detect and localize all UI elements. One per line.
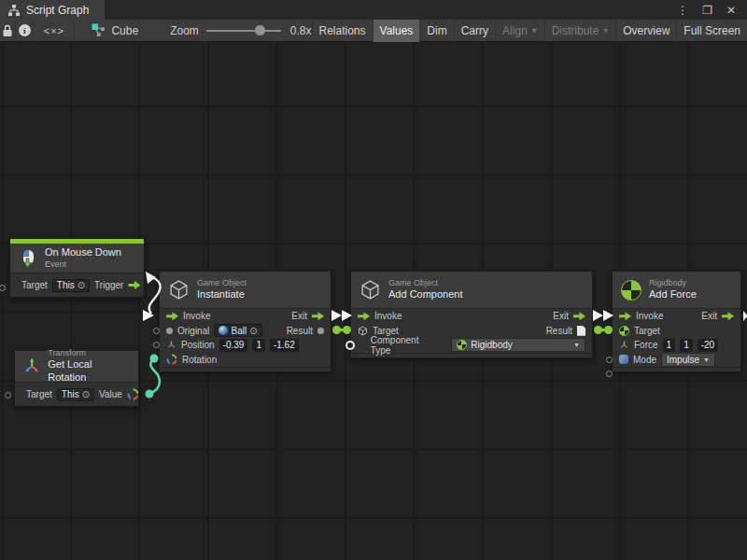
value-in-port[interactable] — [604, 326, 613, 334]
target-value-chip[interactable]: This ⊙ — [52, 279, 90, 292]
graph-tab-icon — [7, 4, 21, 17]
position-x-field[interactable]: -0.39 — [219, 339, 248, 352]
force-input-port[interactable] — [606, 357, 613, 363]
flow-out-port-clipped[interactable] — [743, 311, 747, 321]
force-z-field[interactable]: -20 — [698, 339, 718, 352]
target-input-port[interactable] — [5, 392, 11, 399]
node-on-mouse-down[interactable]: On Mouse Down Event Target This ⊙ Trigge… — [9, 238, 145, 298]
full-screen-button[interactable]: Full Screen — [676, 20, 747, 42]
flow-arrow-icon[interactable] — [358, 312, 370, 320]
overview-button[interactable]: Overview — [615, 20, 676, 42]
chevron-down-icon: ▼ — [602, 27, 609, 34]
flow-in-port[interactable] — [603, 310, 613, 321]
flow-arrow-icon[interactable] — [312, 312, 324, 320]
flow-port-trigger-out[interactable] — [146, 272, 156, 284]
flow-in-port[interactable] — [342, 310, 352, 321]
object-picker-icon[interactable]: ⊙ — [249, 326, 257, 336]
mode-input-port[interactable] — [606, 371, 613, 377]
lock-icon — [2, 24, 13, 37]
flow-arrow-icon[interactable] — [722, 312, 734, 320]
lock-button[interactable] — [0, 20, 16, 42]
node-category: Game Object — [197, 278, 247, 288]
port-row-original: Original Ball ⊙ Result — [160, 324, 331, 339]
position-z-field[interactable]: -1.62 — [270, 339, 299, 352]
force-mode-dropdown[interactable]: Impulse ▼ — [661, 353, 715, 367]
flow-arrow-icon[interactable] — [619, 312, 631, 320]
flow-port-invoke-in[interactable] — [143, 310, 154, 321]
target-input-port[interactable] — [0, 285, 6, 291]
node-category: Game Object — [388, 278, 463, 288]
node-header[interactable]: On Mouse Down Event — [10, 244, 144, 273]
exit-port-label: Exit — [701, 311, 717, 321]
zoom-slider[interactable] — [206, 30, 281, 32]
node-get-local-rotation[interactable]: Transform Get Local Rotation Target This… — [14, 350, 139, 407]
port-row-invoke: Invoke Exit — [160, 309, 331, 324]
node-header[interactable]: Game Object Instantiate — [160, 272, 331, 309]
node-header[interactable]: Game Object Add Component — [351, 272, 592, 309]
node-instantiate[interactable]: Game Object Instantiate Invoke Exit Orig… — [159, 271, 331, 372]
invoke-port-label: Invoke — [183, 311, 210, 321]
node-header[interactable]: Rigidbody Add Force — [613, 272, 740, 309]
component-type-dropdown[interactable]: Rigidbody ▼ — [451, 338, 585, 352]
game-object-icon — [359, 279, 381, 301]
node-footer — [613, 367, 740, 371]
flow-arrow-icon[interactable] — [573, 312, 585, 320]
graph-breadcrumb[interactable]: Cube — [92, 23, 138, 37]
node-add-force[interactable]: Rigidbody Add Force Invoke Exit Target — [612, 271, 741, 372]
flow-out-port[interactable] — [593, 310, 603, 321]
script-graph-window: Script Graph ⋮ ❐ ✕ i <×> — [0, 0, 747, 560]
position-input-port[interactable] — [153, 342, 160, 348]
game-object-icon — [168, 279, 190, 301]
flow-arrow-icon[interactable] — [166, 312, 178, 320]
object-picker-icon[interactable]: ⊙ — [78, 280, 85, 290]
flow-out-port[interactable] — [331, 310, 342, 321]
exit-port-label: Exit — [291, 311, 307, 321]
value-in-port[interactable] — [343, 326, 351, 334]
force-y-field[interactable]: 1 — [680, 339, 693, 352]
flow-connection-instantiate-to-addcomponent[interactable] — [331, 310, 352, 321]
menu-icon[interactable]: ⋮ — [677, 4, 688, 17]
original-value-chip[interactable]: Ball ⊙ — [214, 324, 261, 337]
node-header[interactable]: Transform Get Local Rotation — [15, 351, 138, 383]
relations-button[interactable]: Relations — [312, 20, 373, 42]
flow-connection-addcomponent-to-addforce[interactable] — [593, 310, 613, 321]
original-input-port[interactable] — [153, 328, 160, 334]
value-port-rotation-out[interactable] — [146, 390, 154, 399]
target-port-label: Target — [634, 326, 660, 336]
result-port-icon[interactable] — [317, 328, 324, 334]
component-type-input-port[interactable] — [345, 341, 355, 350]
dim-button[interactable]: Dim — [419, 20, 453, 42]
tab-script-graph[interactable]: Script Graph — [0, 0, 105, 20]
position-y-field[interactable]: 1 — [252, 339, 265, 352]
graph-toolbar: i <×> Cube Zoom 0.8x Relations Va — [0, 20, 747, 42]
object-picker-icon[interactable]: ⊙ — [82, 389, 90, 399]
close-icon[interactable]: ✕ — [726, 4, 736, 17]
target-value-chip[interactable]: This ⊙ — [57, 388, 94, 401]
port-row: Target This ⊙ Trigger — [10, 273, 144, 297]
port-row-target: Target — [613, 324, 740, 339]
distribute-button[interactable]: Distribute ▼ — [544, 20, 616, 42]
node-add-component[interactable]: Game Object Add Component Invoke Exit — [350, 271, 593, 358]
values-button[interactable]: Values — [373, 20, 420, 42]
target-port-label: Target — [26, 389, 52, 399]
tab-label: Script Graph — [26, 4, 89, 17]
inspect-button[interactable]: i — [16, 20, 34, 42]
value-connection-result-to-target[interactable] — [332, 326, 351, 334]
component-type-port-label: Component Type — [371, 335, 440, 356]
code-view-button[interactable]: <×> — [34, 20, 75, 42]
value-connection-result-to-target[interactable] — [594, 326, 613, 334]
flow-arrow-icon[interactable] — [128, 281, 140, 289]
carry-button[interactable]: Carry — [454, 20, 495, 42]
value-port-label: Value — [99, 389, 122, 399]
node-subtitle: Event — [45, 259, 121, 270]
zoom-slider-handle[interactable] — [255, 25, 265, 35]
info-icon: i — [19, 24, 31, 36]
node-graph-icon — [92, 23, 106, 37]
force-x-field[interactable]: 1 — [663, 339, 676, 352]
zoom-label: Zoom — [170, 24, 199, 37]
align-button[interactable]: Align ▼ — [495, 20, 544, 42]
value-port-rotation-in[interactable] — [150, 355, 159, 363]
graph-canvas[interactable]: On Mouse Down Event Target This ⊙ Trigge… — [0, 42, 747, 560]
component-result-icon[interactable] — [577, 326, 585, 336]
maximize-icon[interactable]: ❐ — [702, 4, 712, 17]
